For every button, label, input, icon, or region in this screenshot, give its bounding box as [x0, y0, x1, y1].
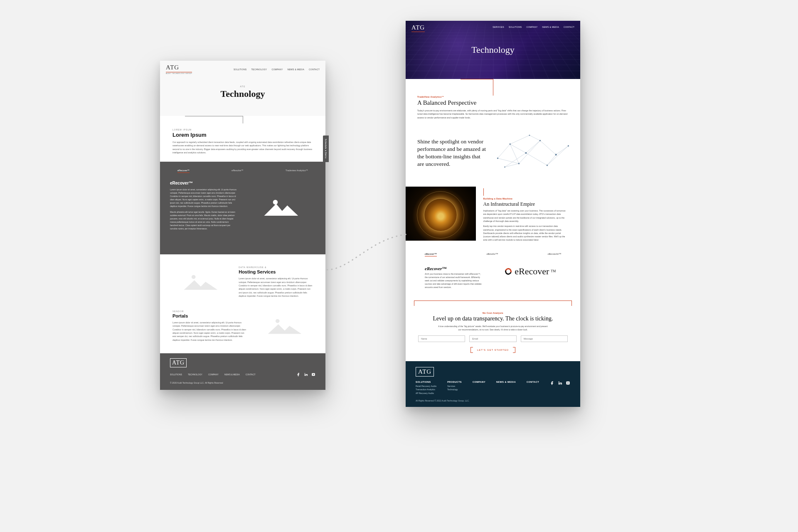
footer-col-products: PRODUCTS Services Technology: [447, 381, 462, 396]
nav-item[interactable]: NEWS & MEDIA: [288, 68, 305, 71]
tab-paragraph: Mauris pharetra elit tortor eget iaculis…: [170, 210, 237, 230]
svg-point-11: [568, 145, 569, 146]
image-placeholder-icon: [172, 266, 229, 298]
image-placeholder-icon: [257, 310, 313, 342]
svg-marker-3: [184, 280, 217, 290]
section-body: Lorem ipsum dolor sit amet, consectetur …: [172, 321, 247, 342]
brand-body: Arch your business close to the transact…: [425, 272, 482, 289]
brand-logo-tm: TM: [551, 269, 556, 273]
footer-link[interactable]: Technology: [447, 388, 462, 391]
footer-col-heading[interactable]: PRODUCTS: [447, 381, 462, 383]
section-body: Our approach to regularly scheduled clie…: [172, 140, 313, 154]
footer-col-heading[interactable]: SOLUTIONS: [416, 381, 436, 383]
youtube-icon[interactable]: [311, 371, 315, 378]
decorative-line: [243, 116, 243, 123]
tab-ereconcile[interactable]: eReconcile™: [548, 253, 561, 255]
tab-title: eRecover™: [170, 181, 237, 185]
cta-section: No Cost Analysis Level up on data transp…: [414, 300, 572, 353]
hosting-section: DATA WAREHOUSE & Hosting Services Lorem …: [160, 254, 325, 304]
youtube-icon[interactable]: [566, 381, 570, 386]
data-machine-section: Building a Data Machine An Infrastructur…: [406, 183, 580, 249]
name-field[interactable]: [418, 335, 465, 342]
page-title: Technology: [160, 89, 325, 99]
footer-link[interactable]: Transaction Analytics: [416, 388, 436, 391]
header: ATG AUDIT TECHNOLOGY GROUP SOLUTIONS TEC…: [160, 61, 325, 77]
svg-point-2: [192, 275, 196, 279]
portals-section: VENDOR Portals Lorem ipsum dolor sit ame…: [160, 304, 325, 353]
cta-eyebrow: No Cost Analysis: [414, 312, 572, 314]
network-graphic-icon: [494, 130, 572, 176]
primary-nav: SERVICES SOLUTIONS COMPANY NEWS & MEDIA …: [493, 26, 574, 28]
svg-marker-1: [264, 204, 298, 216]
svg-point-9: [539, 140, 541, 141]
nav-item[interactable]: TECHNOLOGY: [251, 68, 267, 71]
nav-item[interactable]: COMPANY: [527, 26, 538, 28]
product-tabs: eRecover™ eResolve™ Tradeview Analytics™: [170, 169, 315, 172]
spark-photo: [406, 187, 476, 241]
wireframe-mockup: ATG AUDIT TECHNOLOGY GROUP SOLUTIONS TEC…: [160, 61, 325, 390]
social-links: [550, 381, 570, 396]
footer: ATG SOLUTIONS Retail Recovery Audits Tra…: [406, 361, 580, 407]
hero: ATG SERVICES SOLUTIONS COMPANY NEWS & ME…: [406, 21, 580, 79]
footer: ATG SOLUTIONS TECHNOLOGY COMPANY NEWS & …: [160, 353, 325, 390]
tabs-dark-section: eRecover™ eResolve™ Tradeview Analytics™…: [160, 162, 325, 254]
spotlight-text: Shine the spotlight on vendor performanc…: [417, 138, 488, 168]
section-eyebrow: Building a Data Machine: [483, 197, 569, 200]
footer-nav-item[interactable]: COMPANY: [208, 373, 219, 376]
hero-eyebrow: ATG: [160, 85, 325, 88]
svg-point-7: [510, 143, 511, 145]
brand-logo-text: eRecover: [515, 266, 549, 277]
nav-item[interactable]: SOLUTIONS: [234, 68, 247, 71]
tab-erecover[interactable]: eRecover™: [425, 253, 437, 255]
primary-nav: SOLUTIONS TECHNOLOGY COMPANY NEWS & MEDI…: [234, 68, 320, 71]
get-started-button[interactable]: LET'S GET STARTED: [473, 347, 513, 353]
sync-icon: [505, 268, 512, 275]
footer-nav-item[interactable]: CONTACT: [246, 373, 256, 376]
facebook-icon[interactable]: [550, 381, 554, 386]
contact-form: [414, 335, 572, 342]
svg-point-13: [547, 165, 548, 166]
footer-link[interactable]: Services: [447, 385, 462, 387]
schedule-demo-tab[interactable]: Schedule a Demo: [323, 135, 329, 162]
product-tabs: eRecover™ eResolve™ eReconcile™: [406, 249, 580, 257]
linkedin-icon[interactable]: [304, 371, 308, 378]
email-field[interactable]: [469, 335, 516, 342]
linkedin-icon[interactable]: [558, 381, 562, 386]
footer-col-news: NEWS & MEDIA: [496, 381, 516, 396]
tab-eresolve[interactable]: eResolve™: [487, 253, 498, 255]
page-title: Technology: [406, 44, 580, 55]
image-placeholder-icon: [245, 181, 315, 233]
footer-col-heading[interactable]: CONTACT: [527, 381, 539, 383]
nav-item[interactable]: SERVICES: [493, 26, 504, 28]
message-field[interactable]: [521, 335, 568, 342]
section-eyebrow: DATA WAREHOUSE &: [239, 266, 313, 268]
copyright: All Rights Reserved © 2021 Audit Technol…: [416, 399, 570, 402]
facebook-icon[interactable]: [296, 371, 300, 378]
footer-col-heading[interactable]: NEWS & MEDIA: [496, 381, 516, 383]
footer-nav-item[interactable]: TECHNOLOGY: [188, 373, 202, 376]
tab-erecover[interactable]: eRecover™: [177, 169, 190, 172]
svg-marker-5: [268, 324, 302, 334]
footer-link[interactable]: Retail Recovery Audits: [416, 385, 436, 387]
tab-eresolve[interactable]: eResolve™: [232, 169, 243, 172]
nav-item[interactable]: SOLUTIONS: [509, 26, 522, 28]
nav-item[interactable]: NEWS & MEDIA: [542, 26, 559, 28]
footer-link[interactable]: AP Recovery Audits: [416, 392, 436, 394]
footer-logo: ATG: [170, 358, 187, 367]
svg-point-10: [555, 154, 557, 155]
intro-section: TradeView Analytics™ A Balanced Perspect…: [406, 96, 580, 119]
section-body: Today's procure-to-pay environments are …: [417, 109, 569, 119]
footer-nav-item[interactable]: SOLUTIONS: [170, 373, 182, 376]
nav-item[interactable]: CONTACT: [309, 68, 320, 71]
footer-col-heading[interactable]: COMPANY: [473, 381, 485, 383]
social-links: [296, 371, 315, 378]
section-body: Easily tap into vendor requests in real-…: [483, 224, 569, 242]
tab-tradeview[interactable]: Tradeview Analytics™: [286, 169, 308, 172]
logo: ATG AUDIT TECHNOLOGY GROUP: [166, 64, 192, 74]
nav-item[interactable]: COMPANY: [272, 68, 283, 71]
nav-item[interactable]: CONTACT: [564, 26, 574, 28]
footer-nav: SOLUTIONS TECHNOLOGY COMPANY NEWS & MEDI…: [170, 373, 256, 376]
section-eyebrow: VENDOR: [172, 310, 247, 313]
footer-nav-item[interactable]: NEWS & MEDIA: [224, 373, 240, 376]
spotlight-section: Shine the spotlight on vendor performanc…: [406, 119, 580, 183]
